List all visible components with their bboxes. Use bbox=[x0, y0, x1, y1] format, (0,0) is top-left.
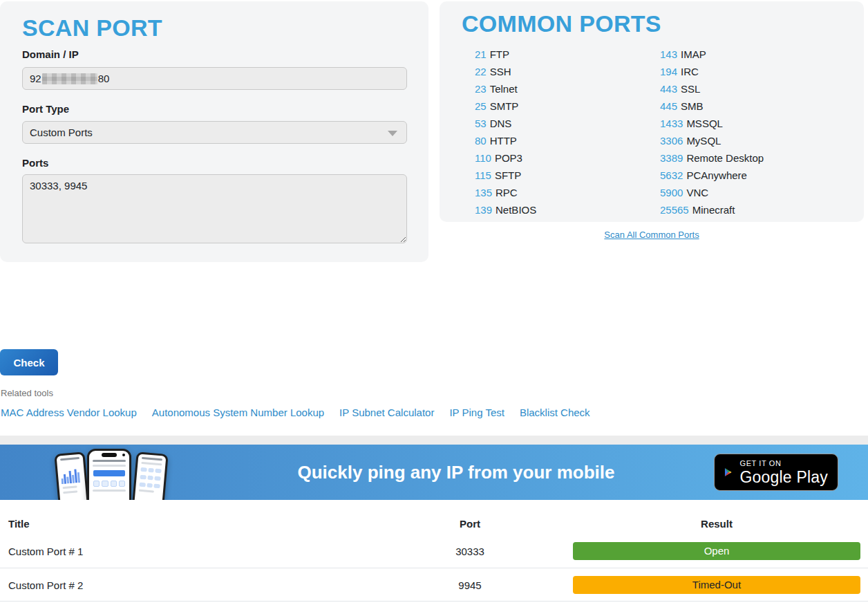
ports-label: Ports bbox=[22, 157, 48, 169]
port-number-link[interactable]: 445 bbox=[660, 100, 677, 112]
port-name: IMAP bbox=[681, 48, 706, 60]
related-tool-link[interactable]: Blacklist Check bbox=[520, 407, 590, 418]
phone-right-mockup bbox=[131, 452, 168, 500]
results-table: Title Port Result Custom Port # 130333Op… bbox=[0, 500, 868, 605]
common-ports-column-1: 21FTP22SSH23Telnet25SMTP53DNS80HTTP110PO… bbox=[475, 46, 536, 218]
port-number-link[interactable]: 443 bbox=[660, 83, 677, 95]
related-tool-link[interactable]: Autonomous System Number Lookup bbox=[152, 407, 324, 418]
mini-bar-chart bbox=[60, 463, 82, 485]
port-name: SFTP bbox=[495, 169, 521, 181]
common-port-item: 1433MSSQL bbox=[660, 115, 764, 132]
port-type-label: Port Type bbox=[22, 103, 69, 115]
common-port-item: 139NetBIOS bbox=[475, 201, 536, 218]
port-name: SMB bbox=[681, 100, 704, 112]
scan-port-title: SCAN PORT bbox=[22, 15, 162, 41]
common-port-item: 3306MySQL bbox=[660, 132, 764, 149]
google-play-text: GET IT ON Google Play bbox=[740, 458, 829, 486]
table-header-port: Port bbox=[415, 518, 525, 530]
common-port-item: 25565Minecraft bbox=[660, 201, 764, 218]
port-number-link[interactable]: 135 bbox=[475, 187, 492, 198]
port-number-link[interactable]: 21 bbox=[475, 48, 487, 60]
check-button[interactable]: Check bbox=[0, 349, 58, 375]
row-port-cell: 30333 bbox=[415, 545, 525, 557]
domain-ip-value-suffix: 80 bbox=[98, 73, 110, 84]
common-port-item: 21FTP bbox=[475, 46, 536, 63]
domain-ip-label: Domain / IP bbox=[22, 48, 79, 60]
common-port-item: 23Telnet bbox=[475, 80, 536, 97]
port-number-link[interactable]: 110 bbox=[475, 152, 491, 164]
google-play-badge[interactable]: GET IT ON Google Play bbox=[714, 454, 838, 491]
port-number-link[interactable]: 139 bbox=[475, 204, 492, 216]
port-name: NetBIOS bbox=[496, 204, 536, 216]
common-port-item: 25SMTP bbox=[475, 97, 536, 115]
common-port-item: 115SFTP bbox=[475, 167, 536, 184]
port-name: PCAnywhere bbox=[686, 169, 747, 181]
related-tool-link[interactable]: MAC Address Vendor Lookup bbox=[1, 407, 137, 418]
related-tools-heading: Related tools bbox=[1, 388, 53, 398]
port-number-link[interactable]: 1433 bbox=[660, 118, 683, 129]
common-port-item: 53DNS bbox=[475, 115, 536, 132]
common-ports-column-2: 143IMAP194IRC443SSL445SMB1433MSSQL3306My… bbox=[660, 46, 764, 218]
banner-headline: Quickly ping any IP from your mobile bbox=[180, 445, 733, 500]
port-type-select[interactable]: Custom Ports bbox=[22, 121, 407, 144]
common-port-item: 135RPC bbox=[475, 184, 536, 201]
row-port-cell: 9945 bbox=[415, 579, 525, 590]
common-port-item: 5900VNC bbox=[660, 184, 764, 201]
domain-ip-input[interactable]: 9280 bbox=[22, 67, 407, 90]
status-badge: Timed-Out bbox=[573, 576, 860, 594]
port-number-link[interactable]: 3306 bbox=[660, 135, 683, 147]
ports-textarea[interactable] bbox=[22, 174, 407, 243]
port-name: VNC bbox=[686, 187, 708, 198]
related-tool-link[interactable]: IP Ping Test bbox=[449, 407, 504, 418]
phone-center-mockup bbox=[87, 449, 131, 500]
port-number-link[interactable]: 22 bbox=[475, 66, 487, 77]
table-header-title: Title bbox=[8, 518, 30, 530]
table-row: Custom Port # 130333Open bbox=[0, 534, 868, 568]
common-ports-panel: COMMON PORTS 21FTP22SSH23Telnet25SMTP53D… bbox=[440, 1, 864, 222]
mobile-app-banner: Quickly ping any IP from your mobile GET… bbox=[0, 445, 868, 500]
port-number-link[interactable]: 143 bbox=[660, 48, 677, 60]
redacted-ip-mosaic bbox=[42, 73, 97, 84]
port-number-link[interactable]: 23 bbox=[475, 83, 487, 95]
port-number-link[interactable]: 5632 bbox=[660, 169, 683, 181]
port-number-link[interactable]: 25 bbox=[475, 100, 487, 112]
port-name: SSH bbox=[490, 66, 511, 77]
port-type-selected-value: Custom Ports bbox=[30, 127, 93, 138]
port-name: DNS bbox=[490, 118, 512, 129]
chevron-down-icon bbox=[388, 131, 397, 136]
get-it-on-label: GET IT ON bbox=[740, 458, 829, 468]
port-name: POP3 bbox=[495, 152, 522, 164]
related-tool-link[interactable]: IP Subnet Calculator bbox=[339, 407, 434, 418]
common-port-item: 443SSL bbox=[660, 80, 764, 97]
common-port-item: 110POP3 bbox=[475, 149, 536, 167]
port-number-link[interactable]: 25565 bbox=[660, 204, 689, 216]
common-port-item: 3389Remote Desktop bbox=[660, 149, 764, 167]
phone-left-mockup bbox=[54, 452, 89, 500]
port-number-link[interactable]: 3389 bbox=[660, 152, 683, 164]
port-number-link[interactable]: 80 bbox=[475, 135, 487, 147]
status-badge: Open bbox=[573, 542, 860, 560]
port-name: SMTP bbox=[490, 100, 519, 112]
common-port-item: 5632PCAnywhere bbox=[660, 167, 764, 184]
table-header-result: Result bbox=[573, 518, 860, 530]
port-name: RPC bbox=[496, 187, 518, 198]
common-port-item: 194IRC bbox=[660, 63, 764, 80]
domain-ip-value-prefix: 92 bbox=[30, 73, 41, 84]
row-title-cell: Custom Port # 1 bbox=[8, 545, 83, 557]
port-name: Telnet bbox=[490, 83, 518, 95]
related-tools-nav: MAC Address Vendor LookupAutonomous Syst… bbox=[1, 407, 590, 418]
port-number-link[interactable]: 194 bbox=[660, 66, 677, 77]
port-name: IRC bbox=[681, 66, 699, 77]
scan-port-panel: SCAN PORT Domain / IP 9280 Port Type Cus… bbox=[0, 1, 428, 262]
row-title-cell: Custom Port # 2 bbox=[8, 579, 83, 590]
port-number-link[interactable]: 53 bbox=[475, 118, 487, 129]
port-name: FTP bbox=[490, 48, 509, 60]
table-row: Custom Port # 29945Timed-Out bbox=[0, 568, 868, 602]
port-name: MSSQL bbox=[686, 118, 723, 129]
port-name: MySQL bbox=[686, 135, 721, 147]
scan-all-common-ports-link[interactable]: Scan All Common Ports bbox=[440, 230, 864, 240]
common-port-item: 445SMB bbox=[660, 97, 764, 115]
port-number-link[interactable]: 115 bbox=[475, 169, 491, 181]
port-number-link[interactable]: 5900 bbox=[660, 187, 683, 198]
google-play-label: Google Play bbox=[740, 468, 829, 486]
